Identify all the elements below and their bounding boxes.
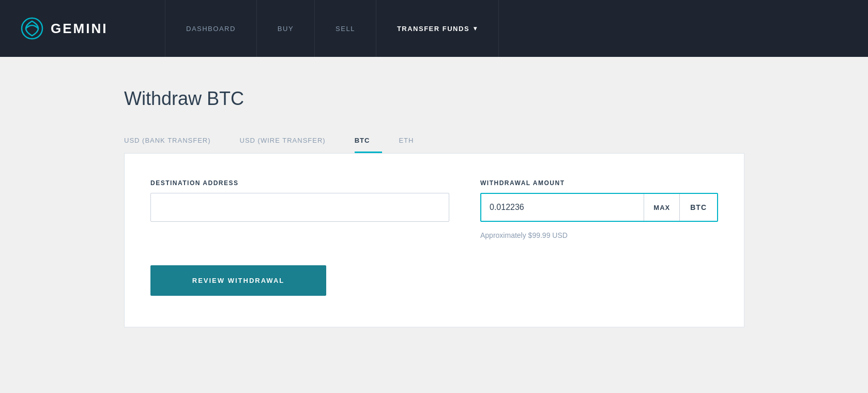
review-withdrawal-button[interactable]: REVIEW WITHDRAWAL	[150, 265, 326, 296]
nav-item-transfer[interactable]: TRANSFER FUNDS ▾	[376, 0, 499, 57]
destination-address-input[interactable]	[150, 193, 449, 222]
nav-item-sell[interactable]: SELL	[315, 0, 376, 57]
form-row: DESTINATION ADDRESS WITHDRAWAL AMOUNT MA…	[150, 179, 718, 239]
main-nav: DASHBOARD BUY SELL TRANSFER FUNDS ▾	[165, 0, 868, 57]
logo-area: GEMINI	[0, 0, 165, 57]
tab-btc[interactable]: BTC	[355, 130, 383, 153]
destination-label: DESTINATION ADDRESS	[150, 179, 449, 187]
page-title: Withdraw BTC	[124, 88, 620, 110]
transfer-chevron-icon: ▾	[474, 25, 478, 32]
currency-label: BTC	[680, 194, 717, 221]
withdrawal-amount-group: WITHDRAWAL AMOUNT MAX BTC Approximately …	[480, 179, 718, 239]
currency-tabs: USD (BANK TRANSFER) USD (WIRE TRANSFER) …	[124, 130, 620, 153]
main-content: Withdraw BTC USD (BANK TRANSFER) USD (WI…	[0, 57, 620, 327]
amount-label: WITHDRAWAL AMOUNT	[480, 179, 718, 187]
tab-usd-bank[interactable]: USD (BANK TRANSFER)	[124, 130, 223, 153]
amount-input-group: MAX BTC	[480, 193, 718, 222]
gemini-logo-icon	[21, 17, 43, 40]
destination-address-group: DESTINATION ADDRESS	[150, 179, 449, 222]
header: GEMINI DASHBOARD BUY SELL TRANSFER FUNDS…	[0, 0, 868, 57]
form-card: DESTINATION ADDRESS WITHDRAWAL AMOUNT MA…	[124, 153, 744, 327]
tab-eth[interactable]: ETH	[399, 130, 426, 153]
amount-input[interactable]	[481, 194, 644, 221]
max-button[interactable]: MAX	[644, 194, 680, 221]
nav-item-buy[interactable]: BUY	[257, 0, 315, 57]
nav-item-dashboard[interactable]: DASHBOARD	[165, 0, 257, 57]
logo-text: GEMINI	[51, 21, 108, 37]
tab-usd-wire[interactable]: USD (WIRE TRANSFER)	[240, 130, 338, 153]
approx-usd-text: Approximately $99.99 USD	[480, 231, 718, 239]
